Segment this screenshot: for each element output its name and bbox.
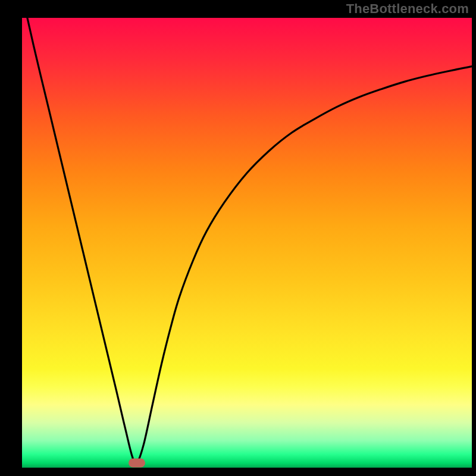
watermark-text: TheBottleneck.com	[346, 1, 469, 17]
plot-area	[22, 18, 472, 468]
optimal-point-marker	[129, 459, 145, 468]
bottleneck-curve	[24, 18, 472, 464]
chart-frame: TheBottleneck.com	[0, 0, 476, 476]
curve-svg	[22, 18, 472, 468]
